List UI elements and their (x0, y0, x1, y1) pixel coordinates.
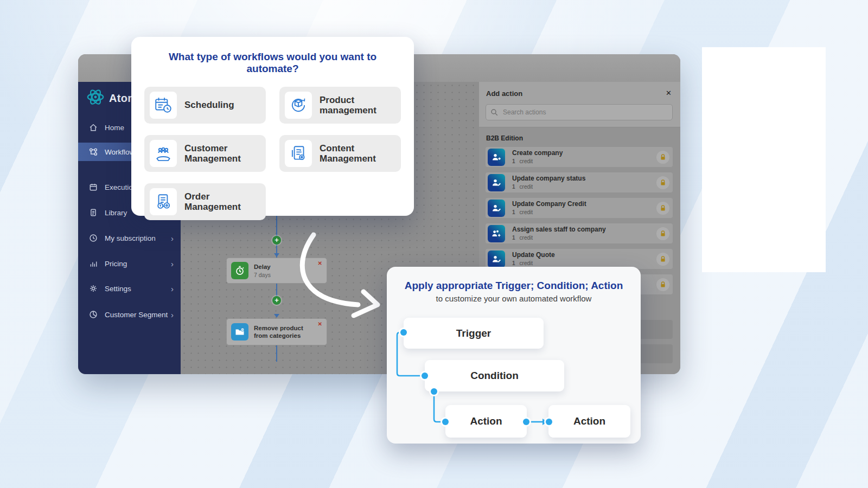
dialog-title: What type of workflows would you want to… (144, 51, 401, 75)
action-row-update-company-credit[interactable]: Update Company Credit 1credit (486, 198, 673, 218)
workflow-type-dialog: What type of workflows would you want to… (131, 37, 414, 216)
flow-explainer-card: Apply appropriate Trigger; Condition; Ac… (387, 267, 641, 444)
option-label: Customer Management (184, 143, 260, 164)
scheduling-calendar-icon (150, 92, 177, 119)
atom-logo-icon (86, 87, 105, 109)
lock-icon (656, 176, 669, 189)
credit-unit: credit (520, 209, 533, 215)
lock-icon (656, 202, 669, 215)
credit-unit: credit (520, 184, 533, 190)
connector-arrow-icon (274, 314, 279, 318)
flow-box-label: Action (470, 415, 502, 427)
credit-unit: credit (520, 235, 533, 241)
credit-count: 1 (512, 235, 515, 241)
lock-icon (656, 253, 669, 266)
users-plus-icon (488, 225, 505, 242)
timer-icon (231, 262, 248, 279)
flow-subtitle: to customize your own automated workflow (387, 294, 641, 303)
chevron-right-icon: › (171, 234, 174, 243)
user-edit-icon (488, 200, 505, 217)
action-row-update-company-status[interactable]: Update company status 1credit (486, 172, 673, 192)
flow-box-label: Trigger (456, 328, 491, 339)
credit-count: 1 (512, 158, 515, 164)
sidebar-item-customer-segment[interactable]: Customer Segment › (78, 305, 181, 324)
sidebar-item-label: Home (105, 124, 124, 132)
option-label: Order Management (184, 191, 260, 212)
flow-box-condition: Condition (425, 360, 564, 391)
search-actions-input[interactable] (502, 108, 656, 117)
chevron-right-icon: › (171, 284, 174, 293)
flow-title: Apply appropriate Trigger; Condition; Ac… (387, 280, 641, 292)
flow-box-trigger: Trigger (404, 318, 544, 349)
white-placeholder-panel (702, 47, 826, 272)
sidebar-item-label: Library (105, 209, 127, 217)
content-management-icon (285, 140, 312, 167)
sidebar-item-label: My subscription (105, 234, 156, 242)
action-label: Update Quote (512, 252, 555, 259)
panel-title: Add action (486, 89, 522, 98)
folder-remove-icon (231, 323, 248, 341)
search-icon (490, 108, 498, 116)
flow-box-action-2: Action (548, 405, 630, 438)
option-content-management[interactable]: Content Management (279, 135, 401, 172)
product-management-icon (285, 92, 312, 119)
credit-count: 1 (512, 260, 515, 266)
action-label: Update company status (512, 175, 585, 182)
flow-box-action-1: Action (445, 405, 527, 438)
close-panel-button[interactable]: ✕ (666, 89, 672, 97)
library-icon (89, 208, 98, 217)
settings-gear-icon (89, 284, 98, 293)
add-step-button[interactable]: + (272, 236, 281, 245)
add-step-button[interactable]: + (272, 296, 281, 305)
curved-arrow-icon (293, 225, 385, 325)
credit-count: 1 (512, 184, 515, 190)
lock-icon (656, 278, 669, 291)
chevron-right-icon: › (171, 259, 174, 268)
action-label: Update Company Credit (512, 201, 586, 208)
flow-box-label: Action (573, 415, 605, 427)
search-actions-box[interactable] (486, 104, 673, 120)
credit-count: 1 (512, 209, 515, 215)
sidebar-item-settings[interactable]: Settings › (78, 279, 181, 298)
action-label: Create company (512, 150, 563, 157)
option-customer-management[interactable]: Customer Management (144, 135, 266, 172)
sidebar-item-label: Pricing (105, 260, 127, 268)
option-label: Product management (320, 95, 395, 115)
option-scheduling[interactable]: Scheduling (144, 87, 266, 124)
lock-icon (656, 227, 669, 240)
action-row-assign-sales-staff[interactable]: Assign sales staff to company 1credit (486, 223, 673, 243)
section-label: B2B Edition (486, 134, 523, 142)
node-title: Remove product from categories (254, 324, 318, 340)
panel-header: Add action ✕ (479, 82, 680, 127)
option-label: Scheduling (184, 100, 260, 110)
sidebar-item-pricing[interactable]: Pricing › (78, 254, 181, 273)
sidebar-item-label: Customer Segment (105, 311, 168, 319)
credit-unit: credit (520, 158, 533, 164)
credit-unit: credit (520, 260, 533, 266)
executions-calendar-icon (89, 183, 98, 191)
user-edit-icon (488, 251, 505, 268)
option-product-management[interactable]: Product management (279, 87, 401, 124)
action-row-update-quote[interactable]: Update Quote 1credit (486, 249, 673, 269)
chevron-right-icon: › (171, 310, 174, 319)
action-label: Assign sales staff to company (512, 226, 606, 233)
option-order-management[interactable]: Order Management (144, 183, 266, 220)
connector-line (276, 345, 277, 362)
lock-icon (656, 151, 669, 164)
customer-segment-icon (89, 310, 98, 319)
option-label: Content Management (320, 143, 395, 164)
sidebar-item-label: Settings (105, 285, 131, 293)
order-management-icon (150, 188, 177, 215)
user-edit-icon (488, 174, 505, 191)
app-logo: Atom (86, 87, 137, 109)
workflow-icon (89, 147, 98, 156)
flow-box-label: Condition (470, 370, 519, 382)
user-plus-icon (488, 149, 505, 166)
connector-arrow-icon (274, 253, 279, 257)
subscription-icon (89, 234, 98, 242)
home-icon (89, 123, 98, 132)
action-row-create-company[interactable]: Create company 1credit (486, 147, 673, 167)
pricing-icon (89, 259, 98, 268)
sidebar-item-my-subscription[interactable]: My subscription › (78, 229, 181, 247)
customer-management-icon (150, 140, 177, 167)
